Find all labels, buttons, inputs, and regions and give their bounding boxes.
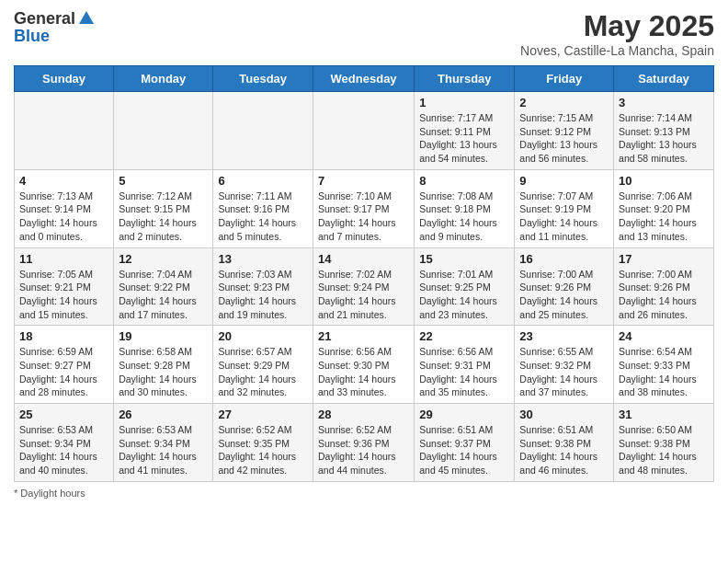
day-info: Sunrise: 7:12 AMSunset: 9:15 PMDaylight:… <box>119 190 208 244</box>
logo-triangle-icon <box>77 9 96 28</box>
calendar-cell: 9Sunrise: 7:07 AMSunset: 9:19 PMDaylight… <box>515 169 614 247</box>
day-info: Sunrise: 6:52 AMSunset: 9:36 PMDaylight:… <box>318 423 409 477</box>
day-info: Sunrise: 7:17 AMSunset: 9:11 PMDaylight:… <box>419 111 509 166</box>
calendar-cell: 29Sunrise: 6:51 AMSunset: 9:37 PMDayligh… <box>415 404 515 482</box>
day-info: Sunrise: 6:54 AMSunset: 9:33 PMDaylight:… <box>619 345 709 399</box>
week-row: 1Sunrise: 7:17 AMSunset: 9:11 PMDaylight… <box>15 92 714 170</box>
day-info: Sunrise: 7:13 AMSunset: 9:14 PMDaylight:… <box>19 190 108 244</box>
calendar-cell: 26Sunrise: 6:53 AMSunset: 9:34 PMDayligh… <box>114 404 213 482</box>
day-info: Sunrise: 6:52 AMSunset: 9:35 PMDaylight:… <box>218 423 308 477</box>
day-number: 27 <box>218 408 308 421</box>
calendar-cell: 12Sunrise: 7:04 AMSunset: 9:22 PMDayligh… <box>114 247 213 326</box>
day-info: Sunrise: 6:57 AMSunset: 9:29 PMDaylight:… <box>218 345 308 399</box>
day-number: 17 <box>619 252 709 266</box>
calendar-cell: 8Sunrise: 7:08 AMSunset: 9:18 PMDaylight… <box>415 169 515 247</box>
calendar-cell <box>15 92 114 170</box>
title-area: May 2025 Noves, Castille-La Mancha, Spai… <box>520 9 714 58</box>
day-number: 30 <box>519 408 609 421</box>
day-info: Sunrise: 7:07 AMSunset: 9:19 PMDaylight:… <box>519 190 609 244</box>
weekday-header: Friday <box>515 66 614 92</box>
day-number: 31 <box>619 408 709 421</box>
day-info: Sunrise: 7:02 AMSunset: 9:24 PMDaylight:… <box>318 268 409 322</box>
day-number: 15 <box>419 252 509 266</box>
day-info: Sunrise: 6:58 AMSunset: 9:28 PMDaylight:… <box>119 345 208 399</box>
svg-marker-0 <box>79 11 94 24</box>
day-number: 23 <box>519 329 609 343</box>
day-info: Sunrise: 6:55 AMSunset: 9:32 PMDaylight:… <box>519 345 609 399</box>
day-number: 4 <box>19 174 108 188</box>
day-number: 6 <box>218 174 308 188</box>
week-row: 11Sunrise: 7:05 AMSunset: 9:21 PMDayligh… <box>15 247 714 326</box>
day-info: Sunrise: 7:05 AMSunset: 9:21 PMDaylight:… <box>19 268 108 322</box>
calendar-cell: 22Sunrise: 6:56 AMSunset: 9:31 PMDayligh… <box>415 326 515 404</box>
day-number: 8 <box>419 174 509 188</box>
day-info: Sunrise: 6:51 AMSunset: 9:38 PMDaylight:… <box>519 423 609 477</box>
calendar-cell: 11Sunrise: 7:05 AMSunset: 9:21 PMDayligh… <box>15 247 114 326</box>
calendar-cell <box>313 92 414 170</box>
weekday-header: Tuesday <box>213 66 313 92</box>
weekday-header: Wednesday <box>313 66 414 92</box>
calendar-cell: 21Sunrise: 6:56 AMSunset: 9:30 PMDayligh… <box>313 326 414 404</box>
logo-blue: Blue <box>14 28 96 44</box>
calendar-cell: 30Sunrise: 6:51 AMSunset: 9:38 PMDayligh… <box>515 404 614 482</box>
logo-general: General <box>14 10 75 27</box>
weekday-header: Sunday <box>15 66 114 92</box>
day-number: 19 <box>119 329 208 343</box>
day-info: Sunrise: 6:53 AMSunset: 9:34 PMDaylight:… <box>119 423 208 477</box>
calendar-cell: 7Sunrise: 7:10 AMSunset: 9:17 PMDaylight… <box>313 169 414 247</box>
day-info: Sunrise: 6:51 AMSunset: 9:37 PMDaylight:… <box>419 423 509 477</box>
day-number: 12 <box>119 252 208 266</box>
day-number: 29 <box>419 408 509 421</box>
header: General Blue May 2025 Noves, Castille-La… <box>14 9 714 58</box>
calendar-cell: 1Sunrise: 7:17 AMSunset: 9:11 PMDaylight… <box>415 92 515 170</box>
day-info: Sunrise: 6:56 AMSunset: 9:30 PMDaylight:… <box>318 345 409 399</box>
week-row: 4Sunrise: 7:13 AMSunset: 9:14 PMDaylight… <box>15 169 714 247</box>
calendar-subtitle: Noves, Castille-La Mancha, Spain <box>520 43 714 58</box>
calendar-cell <box>213 92 313 170</box>
day-number: 5 <box>119 174 208 188</box>
calendar-cell: 10Sunrise: 7:06 AMSunset: 9:20 PMDayligh… <box>614 169 714 247</box>
calendar-header: SundayMondayTuesdayWednesdayThursdayFrid… <box>15 66 714 92</box>
day-info: Sunrise: 6:50 AMSunset: 9:38 PMDaylight:… <box>619 423 709 477</box>
day-number: 20 <box>218 329 308 343</box>
weekday-header: Monday <box>114 66 213 92</box>
day-info: Sunrise: 6:59 AMSunset: 9:27 PMDaylight:… <box>19 345 108 399</box>
calendar-title: May 2025 <box>520 9 714 43</box>
day-number: 11 <box>19 252 108 266</box>
calendar-body: 1Sunrise: 7:17 AMSunset: 9:11 PMDaylight… <box>15 92 714 482</box>
calendar-cell: 6Sunrise: 7:11 AMSunset: 9:16 PMDaylight… <box>213 169 313 247</box>
day-info: Sunrise: 7:15 AMSunset: 9:12 PMDaylight:… <box>519 111 609 166</box>
calendar-cell: 14Sunrise: 7:02 AMSunset: 9:24 PMDayligh… <box>313 247 414 326</box>
weekday-row: SundayMondayTuesdayWednesdayThursdayFrid… <box>15 66 714 92</box>
day-number: 1 <box>419 96 509 109</box>
calendar-cell: 27Sunrise: 6:52 AMSunset: 9:35 PMDayligh… <box>213 404 313 482</box>
calendar-cell: 15Sunrise: 7:01 AMSunset: 9:25 PMDayligh… <box>415 247 515 326</box>
calendar-cell: 17Sunrise: 7:00 AMSunset: 9:26 PMDayligh… <box>614 247 714 326</box>
calendar-cell: 16Sunrise: 7:00 AMSunset: 9:26 PMDayligh… <box>515 247 614 326</box>
calendar-table: SundayMondayTuesdayWednesdayThursdayFrid… <box>14 65 714 482</box>
day-number: 26 <box>119 408 208 421</box>
calendar-cell: 19Sunrise: 6:58 AMSunset: 9:28 PMDayligh… <box>114 326 213 404</box>
day-number: 16 <box>519 252 609 266</box>
calendar-cell: 3Sunrise: 7:14 AMSunset: 9:13 PMDaylight… <box>614 92 714 170</box>
day-number: 25 <box>19 408 108 421</box>
day-info: Sunrise: 7:06 AMSunset: 9:20 PMDaylight:… <box>619 190 709 244</box>
day-info: Sunrise: 7:11 AMSunset: 9:16 PMDaylight:… <box>218 190 308 244</box>
calendar-cell: 20Sunrise: 6:57 AMSunset: 9:29 PMDayligh… <box>213 326 313 404</box>
footer-text: Daylight hours <box>20 488 85 499</box>
day-number: 22 <box>419 329 509 343</box>
day-number: 21 <box>318 329 409 343</box>
day-info: Sunrise: 7:10 AMSunset: 9:17 PMDaylight:… <box>318 190 409 244</box>
day-number: 14 <box>318 252 409 266</box>
logo: General Blue <box>14 9 96 44</box>
calendar-cell: 31Sunrise: 6:50 AMSunset: 9:38 PMDayligh… <box>614 404 714 482</box>
calendar-cell: 18Sunrise: 6:59 AMSunset: 9:27 PMDayligh… <box>15 326 114 404</box>
calendar-cell: 4Sunrise: 7:13 AMSunset: 9:14 PMDaylight… <box>15 169 114 247</box>
day-number: 7 <box>318 174 409 188</box>
calendar-cell: 28Sunrise: 6:52 AMSunset: 9:36 PMDayligh… <box>313 404 414 482</box>
week-row: 18Sunrise: 6:59 AMSunset: 9:27 PMDayligh… <box>15 326 714 404</box>
day-info: Sunrise: 7:03 AMSunset: 9:23 PMDaylight:… <box>218 268 308 322</box>
day-info: Sunrise: 7:14 AMSunset: 9:13 PMDaylight:… <box>619 111 709 166</box>
day-number: 10 <box>619 174 709 188</box>
day-number: 13 <box>218 252 308 266</box>
